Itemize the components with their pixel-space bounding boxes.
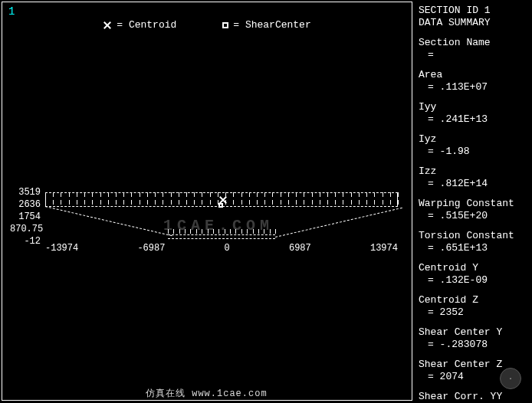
x-axis-labels: -13974 -6987 0 6987 13974 <box>45 243 398 254</box>
centroid-marker-icon <box>103 21 112 30</box>
summary-label: Iyz <box>419 133 529 146</box>
summary-label: Torsion Constant <box>419 230 529 242</box>
y-tick: 1754 <box>10 211 41 223</box>
summary-subtitle: DATA SUMMARY <box>419 17 529 29</box>
data-summary-panel: SECTION ID 1 DATA SUMMARY Section Name=A… <box>419 5 529 403</box>
legend-shear: = ShearCenter <box>222 19 310 31</box>
y-axis-labels: 3519 2636 1754 870.75 -12 <box>10 186 41 247</box>
summary-label: Area <box>419 69 529 81</box>
summary-label: Iyy <box>419 101 529 113</box>
summary-label: Shear Corr. YY <box>419 391 529 403</box>
x-tick: 0 <box>225 243 230 254</box>
summary-label: Centroid Z <box>419 294 529 306</box>
summary-value: = .241E+13 <box>419 113 529 126</box>
legend-centroid-label: = Centroid <box>117 19 176 31</box>
x-tick: -13974 <box>45 243 78 254</box>
summary-value: = .113E+07 <box>419 81 529 93</box>
y-tick: 2636 <box>10 198 41 211</box>
legend: = Centroid = ShearCenter <box>2 19 412 31</box>
summary-title: SECTION ID 1 <box>419 5 529 17</box>
summary-value: = .515E+20 <box>419 210 529 222</box>
summary-item: Izz= .812E+14 <box>419 165 529 190</box>
section-plot <box>45 192 398 238</box>
legend-centroid: = Centroid <box>103 19 176 31</box>
web-right <box>275 208 402 238</box>
summary-value: = .812E+14 <box>419 178 529 190</box>
summary-label: Izz <box>419 165 529 178</box>
y-tick: -12 <box>10 235 41 247</box>
summary-label: Warping Constant <box>419 198 529 210</box>
end-plate-right <box>397 192 398 206</box>
bottom-ticks <box>168 229 275 240</box>
summary-value: = .651E+13 <box>419 242 529 254</box>
y-tick: 870.75 <box>10 223 41 235</box>
watermark-badge-icon: · <box>500 368 521 389</box>
summary-item: Centroid Y= .132E-09 <box>419 262 529 287</box>
x-tick: 6987 <box>289 243 311 254</box>
y-tick: 3519 <box>10 186 41 198</box>
summary-item: Iyy= .241E+13 <box>419 101 529 126</box>
shear-marker-icon <box>222 22 228 28</box>
plot-frame: 1 = Centroid = ShearCenter 1CAE.COM 3519… <box>2 2 412 401</box>
summary-item: Centroid Z= 2352 <box>419 294 529 319</box>
summary-label: Shear Center Y <box>419 326 529 339</box>
summary-value: = -.283078 <box>419 339 529 351</box>
summary-label: Section Name <box>419 37 529 49</box>
summary-value: = -1.98 <box>419 146 529 158</box>
shear-center-mark-icon <box>218 203 223 208</box>
summary-item: Iyz= -1.98 <box>419 133 529 158</box>
x-tick: 13974 <box>370 243 398 254</box>
summary-item: Area= .113E+07 <box>419 69 529 93</box>
summary-label: Centroid Y <box>419 262 529 274</box>
legend-shear-label: = ShearCenter <box>233 19 310 31</box>
watermark-text: 仿真在线 www.1cae.com <box>146 387 268 400</box>
summary-item: Torsion Constant= .651E+13 <box>419 230 529 254</box>
view-id: 1 <box>8 5 15 18</box>
x-tick: -6987 <box>137 243 165 254</box>
summary-item: Shear Corr. YY= .615626 <box>419 391 529 403</box>
section-geometry <box>45 192 398 238</box>
summary-item: Section Name= <box>419 37 529 61</box>
summary-item: Shear Center Y= -.283078 <box>419 326 529 351</box>
summary-item: Warping Constant= .515E+20 <box>419 198 529 222</box>
summary-value: = <box>419 49 529 61</box>
web-left <box>45 206 172 236</box>
summary-value: = 2352 <box>419 306 529 319</box>
end-plate-left <box>45 192 46 206</box>
center-markers <box>217 195 228 211</box>
summary-value: = .132E-09 <box>419 274 529 287</box>
